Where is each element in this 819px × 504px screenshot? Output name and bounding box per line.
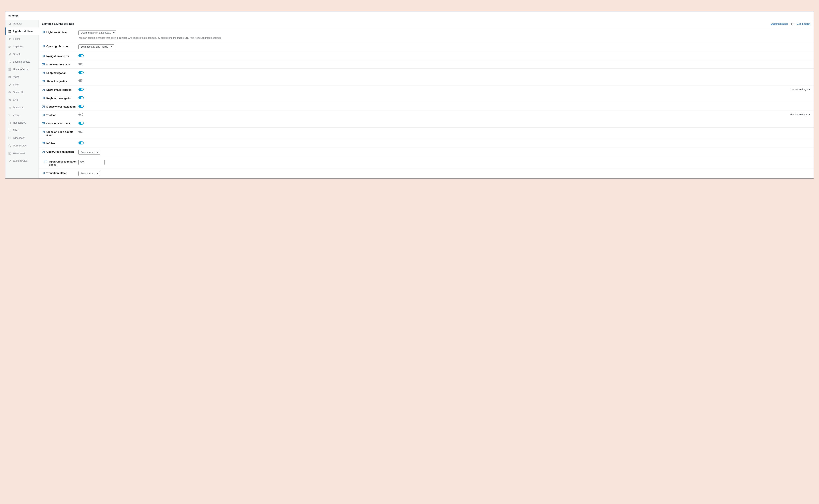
svg-rect-4 <box>8 46 11 46</box>
help-icon[interactable]: [?] <box>42 150 45 153</box>
infobar-toggle[interactable] <box>78 141 84 144</box>
pin-icon <box>8 83 11 86</box>
lightbox-links-select[interactable]: Open Images in a Lightbox <box>78 30 116 35</box>
sidebar-item-label: Video <box>13 76 19 78</box>
sidebar-item-label: General <box>13 22 22 25</box>
open-on-select[interactable]: Both desktop and mobile <box>78 44 114 49</box>
shield-icon <box>8 144 11 147</box>
help-icon[interactable]: [?] <box>42 88 45 91</box>
page-title: Lightbox & Links settings <box>42 22 74 25</box>
help-icon[interactable]: [?] <box>42 142 45 144</box>
sidebar-item-download[interactable]: Download <box>5 104 39 111</box>
sidebar-item-label: Social <box>13 53 20 56</box>
sidebar-item-general[interactable]: General <box>5 20 39 27</box>
setting-label: Toolbar <box>46 114 56 117</box>
row-show-image-title: [?]Show image title <box>39 77 814 85</box>
help-icon[interactable]: [?] <box>42 55 45 57</box>
sidebar-item-lightbox-links[interactable]: Lightbox & Links <box>5 27 39 35</box>
help-icon[interactable]: [?] <box>42 122 45 124</box>
row-transition-effect: [?]Transition effect Zoom-in-out <box>39 169 814 178</box>
close-on-slide-double-click-toggle[interactable] <box>78 130 83 133</box>
setting-label: Show image caption <box>46 88 72 91</box>
loop-navigation-toggle[interactable] <box>78 71 84 74</box>
row-infobar: [?]Infobar <box>39 139 814 147</box>
or-text: - or - <box>790 22 795 25</box>
svg-rect-7 <box>8 68 9 69</box>
mousewheel-navigation-toggle[interactable] <box>78 105 84 108</box>
help-icon[interactable]: [?] <box>42 31 45 33</box>
show-image-title-toggle[interactable] <box>78 79 83 82</box>
get-in-touch-link[interactable]: Get in touch <box>797 22 810 25</box>
sidebar-item-hover-effects[interactable]: Hover effects <box>5 66 39 73</box>
settings-window: Settings General Lightbox & Links Filter… <box>5 11 814 179</box>
gauge-icon <box>8 91 11 94</box>
close-on-slide-click-toggle[interactable] <box>78 122 84 125</box>
setting-label: Infobar <box>46 142 55 145</box>
main-header: Lightbox & Links settings Documentation … <box>39 20 814 28</box>
chevron-down-icon <box>97 152 98 153</box>
setting-label: Open/Close animation speed <box>49 160 78 166</box>
sidebar-item-slideshow[interactable]: Slideshow <box>5 134 39 142</box>
help-icon[interactable]: [?] <box>42 114 45 116</box>
reload-icon <box>8 60 11 63</box>
sidebar-item-filters[interactable]: Filters <box>5 35 39 43</box>
help-icon[interactable]: [?] <box>45 160 47 163</box>
sidebar-item-pass-protect[interactable]: Pass Protect <box>5 142 39 149</box>
chevron-down-icon <box>111 46 112 47</box>
device-icon <box>8 121 11 124</box>
sidebar-item-style[interactable]: Style <box>5 81 39 88</box>
show-image-caption-toggle[interactable] <box>78 88 84 91</box>
sidebar-item-social[interactable]: Social <box>5 50 39 58</box>
sidebar-item-label: Lightbox & Links <box>13 30 33 33</box>
toolbar-toggle[interactable] <box>78 113 83 116</box>
sidebar-item-label: Captions <box>13 45 23 48</box>
help-icon[interactable]: [?] <box>42 130 45 133</box>
help-icon[interactable]: [?] <box>42 105 45 108</box>
setting-label: Lightbox & Links <box>46 31 67 34</box>
sidebar-item-label: EXIF <box>13 99 19 101</box>
sidebar-item-watermark[interactable]: Watermark <box>5 149 39 157</box>
help-icon[interactable]: [?] <box>42 71 45 74</box>
sidebar-item-label: Custom CSS <box>13 160 27 162</box>
sidebar-item-loading-effects[interactable]: Loading effects <box>5 58 39 66</box>
chevron-down-icon <box>809 89 810 90</box>
row-show-image-caption: [?]Show image caption 1 other settings <box>39 85 814 94</box>
sidebar-item-label: Misc <box>13 129 18 132</box>
chevron-down-icon <box>97 173 98 174</box>
sidebar-item-video[interactable]: Video <box>5 73 39 81</box>
mobile-double-click-toggle[interactable] <box>78 63 83 65</box>
keyboard-navigation-toggle[interactable] <box>78 96 84 99</box>
link-icon <box>8 53 11 56</box>
documentation-link[interactable]: Documentation <box>771 22 788 25</box>
sidebar-item-captions[interactable]: Captions <box>5 43 39 50</box>
setting-label: Transition effect <box>46 172 66 175</box>
row-toolbar: [?]Toolbar 6 other settings <box>39 111 814 119</box>
svg-point-17 <box>10 129 11 130</box>
sidebar-item-custom-css[interactable]: Custom CSS <box>5 157 39 165</box>
setting-label: Close on slide double click <box>46 130 78 136</box>
transition-effect-select[interactable]: Zoom-in-out <box>78 171 100 176</box>
setting-label: Open/Close animation <box>46 150 74 153</box>
help-icon[interactable]: [?] <box>42 45 45 47</box>
navigation-arrows-toggle[interactable] <box>78 54 84 57</box>
sidebar-item-exif[interactable]: EXIF <box>5 96 39 104</box>
video-icon <box>8 75 11 79</box>
sidebar-item-misc[interactable]: Misc <box>5 127 39 134</box>
expand-caption-settings[interactable]: 1 other settings <box>791 88 810 91</box>
sidebar-item-speed-up[interactable]: Speed Up <box>5 88 39 96</box>
open-close-animation-select[interactable]: Zoom-in-out <box>78 150 100 155</box>
help-icon[interactable]: [?] <box>42 172 45 174</box>
sidebar-item-zoom[interactable]: Zoom <box>5 111 39 119</box>
setting-description: You can combine images that open in ligh… <box>78 37 222 39</box>
expand-toolbar-settings[interactable]: 6 other settings <box>791 113 810 116</box>
help-icon[interactable]: [?] <box>42 80 45 82</box>
captions-icon <box>8 45 11 48</box>
open-close-speed-input[interactable] <box>78 160 105 165</box>
sidebar-item-label: Slideshow <box>13 137 24 139</box>
chevron-down-icon <box>809 114 810 115</box>
row-mobile-double-click: [?]Mobile double click <box>39 60 814 69</box>
help-icon[interactable]: [?] <box>42 63 45 65</box>
camera-icon <box>8 98 11 102</box>
help-icon[interactable]: [?] <box>42 97 45 99</box>
sidebar-item-responsive[interactable]: Responsive <box>5 119 39 127</box>
